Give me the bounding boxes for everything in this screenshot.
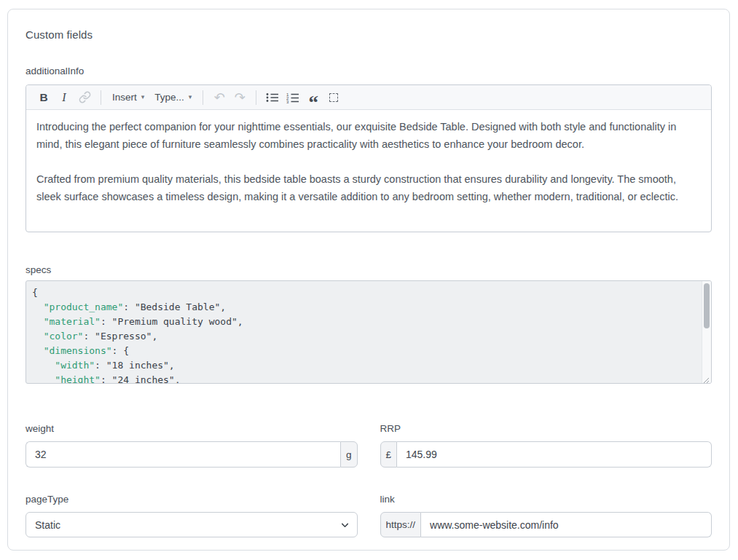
insert-dropdown[interactable]: Insert ▾	[108, 88, 149, 107]
italic-button[interactable]: I	[55, 88, 74, 107]
scrollbar-thumb[interactable]	[704, 283, 710, 328]
undo-icon: ↶	[214, 91, 225, 104]
type-dropdown[interactable]: Type... ▾	[150, 88, 196, 107]
specs-field: specs { "product_name": "Bedside Table",…	[25, 264, 712, 384]
toolbar-divider	[101, 90, 101, 105]
additional-info-label: additionalInfo	[25, 66, 712, 76]
page-type-label: pageType	[25, 494, 358, 505]
weight-label: weight	[25, 423, 358, 434]
editor-paragraph: Crafted from premium quality materials, …	[36, 170, 701, 205]
bullet-list-icon	[266, 92, 279, 103]
link-protocol-addon: https://	[380, 512, 422, 537]
rrp-input[interactable]	[397, 441, 712, 468]
custom-fields-panel: Custom fields additionalInfo B I Inse	[7, 9, 730, 551]
toolbar-divider	[256, 90, 256, 105]
link-field: link https://	[380, 494, 713, 537]
numbered-list-button[interactable]: 1 2 3	[283, 88, 302, 107]
code-line: "product_name": "Bedside Table",	[32, 300, 695, 315]
link-icon	[79, 91, 91, 103]
code-line: "height": "24 inches",	[32, 373, 695, 384]
type-dropdown-label: Type...	[154, 92, 184, 103]
numbered-list-icon: 1 2 3	[286, 92, 299, 103]
html-block-icon	[329, 93, 338, 102]
link-label: link	[380, 494, 713, 505]
rich-text-editor: B I Insert ▾ Type...	[25, 84, 712, 232]
page-type-select[interactable]: Static	[25, 512, 358, 537]
rrp-label: RRP	[380, 423, 713, 434]
rrp-field: RRP £	[380, 423, 713, 468]
bold-button[interactable]: B	[34, 88, 53, 107]
link-button[interactable]	[75, 88, 94, 107]
chevron-down-icon: ▾	[141, 94, 145, 100]
editor-content[interactable]: Introducing the perfect companion for yo…	[26, 110, 711, 232]
redo-icon: ↷	[235, 91, 246, 104]
redo-button[interactable]: ↷	[230, 88, 249, 107]
weight-input[interactable]	[25, 441, 340, 468]
html-block-button[interactable]	[324, 88, 343, 107]
code-line: {	[32, 285, 695, 300]
link-input[interactable]	[421, 512, 712, 537]
undo-button[interactable]: ↶	[210, 88, 229, 107]
resize-handle-icon[interactable]	[702, 374, 710, 382]
weight-rrp-row: weight g RRP £	[25, 423, 712, 468]
code-line: "dimensions": {	[32, 344, 695, 358]
weight-unit-addon: g	[340, 441, 358, 468]
vertical-scrollbar[interactable]	[702, 281, 711, 383]
page-type-select-wrap: Static	[25, 512, 358, 537]
bullet-list-button[interactable]	[263, 88, 282, 107]
editor-paragraph: Introducing the perfect companion for yo…	[36, 118, 701, 153]
page-type-field: pageType Static	[25, 494, 358, 537]
chevron-down-icon: ▾	[189, 94, 192, 100]
code-line: "width": "18 inches",	[32, 358, 695, 373]
code-line: "material": "Premium quality wood",	[32, 315, 695, 329]
rrp-input-group: £	[380, 441, 713, 468]
code-line: "color": "Espresso",	[32, 329, 695, 344]
additional-info-field: additionalInfo B I Insert ▾	[25, 66, 712, 232]
weight-field: weight g	[25, 423, 358, 468]
weight-input-group: g	[25, 441, 358, 468]
rrp-currency-addon: £	[380, 441, 398, 468]
svg-text:3: 3	[286, 100, 289, 103]
editor-toolbar: B I Insert ▾ Type...	[26, 85, 711, 110]
blockquote-button[interactable]: “	[304, 88, 323, 107]
specs-code-editor[interactable]: { "product_name": "Bedside Table", "mate…	[25, 280, 712, 384]
panel-title: Custom fields	[25, 28, 712, 41]
specs-code-content: { "product_name": "Bedside Table", "mate…	[26, 281, 711, 384]
pagetype-link-row: pageType Static link https://	[25, 494, 712, 537]
specs-label: specs	[25, 264, 712, 275]
link-input-group: https://	[380, 512, 713, 537]
insert-dropdown-label: Insert	[112, 92, 137, 103]
toolbar-divider	[203, 90, 203, 105]
